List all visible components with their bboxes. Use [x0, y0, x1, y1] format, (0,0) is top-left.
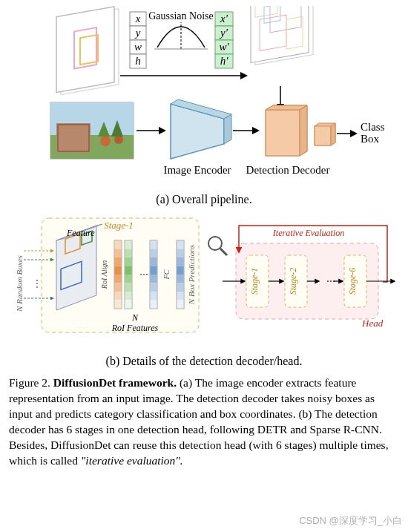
- svg-point-83: [208, 237, 222, 250]
- svg-text:y: y: [134, 27, 141, 39]
- svg-text:x': x': [220, 13, 228, 24]
- fc-label: FC: [162, 269, 171, 280]
- svg-rect-58: [125, 283, 132, 292]
- svg-text:h: h: [135, 55, 141, 67]
- svg-rect-75: [177, 249, 184, 258]
- roi-align-label: RoI Align: [100, 260, 108, 289]
- figure-a: x y w h Gaussian Noise x' y' w' h': [9, 6, 399, 190]
- svg-text:Stage-6: Stage-6: [347, 268, 358, 295]
- svg-text:w: w: [134, 41, 142, 53]
- svg-rect-48: [114, 283, 122, 292]
- caption-title: DiffusionDet framework.: [53, 376, 177, 389]
- svg-rect-74: [177, 240, 184, 249]
- noisy-boxes-page: [251, 6, 313, 65]
- svg-rect-66: [150, 257, 157, 266]
- svg-text:h': h': [220, 55, 229, 67]
- svg-rect-60: [125, 301, 132, 309]
- n-label: N: [131, 312, 139, 323]
- svg-text:y': y': [219, 27, 228, 39]
- svg-text:⋯: ⋯: [139, 269, 148, 280]
- caption-lead: Figure 2.: [9, 376, 50, 389]
- random-boxes-label: N Random Boxes: [15, 255, 24, 312]
- gaussian-noise: Gaussian Noise: [148, 10, 214, 49]
- svg-rect-76: [177, 257, 184, 266]
- svg-rect-56: [125, 266, 132, 275]
- svg-rect-65: [150, 249, 157, 258]
- magnifier-icon: [208, 237, 227, 255]
- svg-rect-68: [150, 275, 157, 283]
- svg-rect-77: [177, 266, 184, 275]
- caption-a: (a) Overall pipeline.: [9, 193, 399, 206]
- svg-rect-59: [125, 292, 132, 301]
- svg-text:w': w': [219, 41, 229, 53]
- svg-rect-46: [114, 266, 122, 275]
- head-label: Head: [361, 318, 384, 329]
- feature-label: Feature: [66, 228, 95, 238]
- svg-point-36: [100, 136, 111, 146]
- xywh-output: x' y' w' h': [215, 12, 233, 68]
- svg-rect-47: [114, 275, 122, 283]
- svg-rect-54: [125, 249, 132, 258]
- svg-rect-70: [150, 292, 157, 301]
- svg-text:Gaussian Noise: Gaussian Noise: [148, 10, 214, 22]
- svg-rect-64: [150, 240, 157, 249]
- svg-rect-45: [114, 257, 122, 266]
- decoder-label: Detection Decoder: [246, 164, 330, 176]
- stage1-title: Stage-1: [104, 220, 134, 231]
- svg-rect-53: [125, 240, 132, 249]
- svg-rect-80: [177, 292, 184, 301]
- stage-box: Stage-2: [285, 255, 307, 307]
- detection-decoder: [266, 105, 335, 156]
- svg-rect-34: [56, 123, 91, 153]
- svg-rect-81: [177, 301, 184, 309]
- query-template: [56, 7, 119, 95]
- figure-b: Stage-1 Feature N Random Boxes ⋮ RoI Ali…: [9, 214, 399, 352]
- svg-text:x: x: [135, 13, 141, 24]
- iter-eval-label: Iterative Evaluation: [272, 228, 344, 238]
- svg-rect-57: [125, 275, 132, 283]
- fc-output: [177, 240, 184, 309]
- xywh-input: x y w h: [130, 12, 146, 68]
- encoder-label: Image Encoder: [163, 164, 231, 176]
- svg-rect-1: [56, 7, 114, 93]
- svg-text:Stage-2: Stage-2: [288, 268, 298, 295]
- roi-features-label: RoI Features: [111, 323, 159, 333]
- svg-rect-50: [114, 301, 122, 309]
- svg-rect-43: [114, 240, 122, 249]
- stage-box: Stage-1: [246, 255, 269, 307]
- svg-rect-67: [150, 266, 157, 275]
- figure-caption: Figure 2. DiffusionDet framework. (a) Th…: [9, 375, 399, 469]
- caption-body: (a) The image encoder extracts feature r…: [9, 376, 389, 467]
- svg-text:⋮: ⋮: [33, 278, 42, 289]
- svg-rect-69: [150, 283, 157, 292]
- svg-line-84: [220, 249, 227, 255]
- svg-text:Stage-1: Stage-1: [249, 268, 260, 295]
- output-box: Box: [361, 133, 380, 145]
- svg-rect-49: [114, 292, 122, 301]
- stage-box: Stage-6: [344, 255, 366, 307]
- caption-b: (b) Details of the detection decoder/hea…: [9, 355, 399, 368]
- svg-rect-78: [177, 275, 184, 283]
- input-image: [50, 102, 134, 159]
- box-pred-label: N Box Predictions: [187, 245, 196, 305]
- svg-rect-44: [114, 249, 122, 258]
- svg-rect-55: [125, 257, 132, 266]
- svg-rect-79: [177, 283, 184, 292]
- image-encoder: [171, 99, 231, 159]
- output-class: Class: [361, 121, 385, 133]
- svg-rect-71: [150, 301, 157, 309]
- caption-italic: "iterative evaluation".: [78, 454, 183, 467]
